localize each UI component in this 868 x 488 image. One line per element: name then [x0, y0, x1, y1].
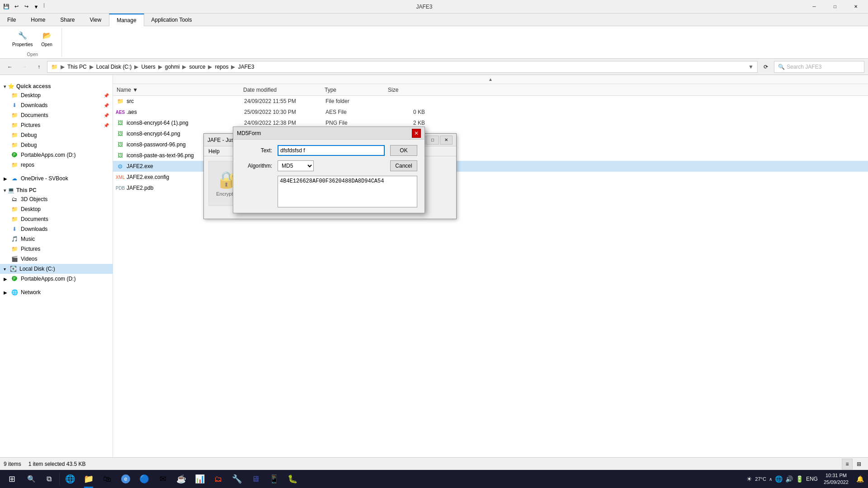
breadcrumb-source[interactable]: source [189, 64, 205, 70]
taskbar-app11[interactable]: 🖥 [246, 470, 264, 488]
tray-icon-chevron[interactable]: ∧ [769, 477, 772, 482]
customize-icon[interactable]: ▼ [32, 2, 41, 11]
breadcrumb-this-pc[interactable]: 📁 [51, 64, 58, 70]
png-icon: 🖼 [117, 119, 124, 127]
sidebar-quick-access-header[interactable]: ▾ ⭐ Quick access [0, 81, 113, 90]
sidebar-item-pictures2[interactable]: 📁 Pictures [0, 244, 113, 254]
breadcrumb[interactable]: 📁 ▶ This PC ▶ Local Disk (C:) ▶ Users ▶ … [47, 61, 758, 73]
col-header-date[interactable]: Date modified [243, 87, 325, 93]
sidebar-item-debug1[interactable]: 📁 Debug [0, 130, 113, 140]
cancel-button[interactable]: Cancel [390, 160, 417, 171]
sidebar-item-desktop[interactable]: 📁 Desktop 📌 [0, 90, 113, 100]
jafe-close[interactable]: ✕ [440, 136, 453, 145]
taskbar-app10[interactable]: 🔧 [228, 470, 246, 488]
tab-view[interactable]: View [82, 14, 109, 26]
taskbar-explorer[interactable]: 📁 [80, 470, 98, 488]
downloads-icon: ⬇ [11, 102, 18, 109]
properties-button[interactable]: 🔧 Properties [9, 28, 36, 49]
sidebar-item-repos[interactable]: 📁 repos [0, 160, 113, 170]
ok-button[interactable]: OK [390, 145, 417, 156]
sidebar-item-onedrive[interactable]: ▶ ☁ OneDrive - SVBook [0, 174, 113, 183]
close-button[interactable]: ✕ [845, 0, 866, 14]
sidebar-this-pc-header[interactable]: ▾ 💻 This PC [0, 185, 113, 194]
taskbar-edge[interactable]: e [117, 470, 135, 488]
quick-access-toolbar: 💾 ↩ ↪ ▼ | [2, 2, 45, 11]
taskbar-search-button[interactable]: 🔍 [23, 470, 39, 488]
sidebar-item-network[interactable]: ▶ 🌐 Network [0, 287, 113, 297]
taskbar-clock[interactable]: 10:31 PM 25/09/2022 [820, 472, 852, 486]
open-button[interactable]: 📂 Open [38, 28, 56, 49]
taskbar-app7[interactable]: ☕ [172, 470, 190, 488]
sidebar-item-debug2[interactable]: 📁 Debug [0, 140, 113, 150]
minimize-button[interactable]: ─ [804, 0, 825, 14]
sidebar-item-music[interactable]: 🎵 Music [0, 234, 113, 244]
tiles-view-button[interactable]: ⊞ [854, 459, 864, 469]
taskbar-store[interactable]: 🛍 [98, 470, 116, 488]
breadcrumb-jafe3[interactable]: JAFE3 [238, 64, 254, 70]
save-icon[interactable]: 💾 [2, 2, 11, 11]
breadcrumb-local-disk[interactable]: Local Disk (C:) [96, 64, 132, 70]
sidebar-item-pictures[interactable]: 📁 Pictures 📌 [0, 120, 113, 130]
sidebar-item-portableapps2[interactable]: ▶ 🅟 PortableApps.com (D:) [0, 274, 113, 284]
taskbar-app9[interactable]: 🗂 [209, 470, 227, 488]
start-button[interactable]: ⊞ [1, 470, 23, 488]
taskbar-app13[interactable]: 🐛 [283, 470, 302, 488]
tab-file[interactable]: File [0, 14, 24, 26]
drive-icon: 💽 [9, 265, 17, 272]
col-header-name[interactable]: Name ▼ [117, 87, 243, 93]
sidebar-item-videos[interactable]: 🎬 Videos [0, 254, 113, 264]
folder-icon: 📁 [11, 92, 18, 99]
selected-info: 1 item selected 43.5 KB [28, 461, 86, 467]
sidebar-item-local-disk[interactable]: ▾ 💽 Local Disk (C:) [0, 264, 113, 274]
sidebar-item-3dobjects[interactable]: 🗂 3D Objects [0, 194, 113, 204]
breadcrumb-gohmi[interactable]: gohmi [165, 64, 180, 70]
taskbar-ie[interactable]: 🌐 [61, 470, 79, 488]
hash-output[interactable]: 4B4E126628AF00F3620488DA8D94CA54 [278, 176, 417, 207]
text-input[interactable] [278, 145, 385, 156]
algorithm-select[interactable]: MD5 SHA1 SHA256 [278, 160, 314, 171]
taskbar-mail[interactable]: ✉ [154, 470, 172, 488]
taskbar-task-view[interactable]: ⧉ [40, 470, 58, 488]
dialog-close-button[interactable]: ✕ [412, 129, 421, 138]
refresh-button[interactable]: ⟳ [760, 61, 772, 73]
table-row[interactable]: AES .aes 25/09/2022 10:30 PM AES File 0 … [113, 107, 868, 117]
notification-button[interactable]: 🔔 [853, 470, 867, 488]
details-view-button[interactable]: ≡ [842, 459, 853, 469]
search-box[interactable]: 🔍 Search JAFE3 [774, 61, 864, 73]
jafe-maximize[interactable]: □ [426, 136, 439, 145]
sidebar-item-downloads[interactable]: ⬇ Downloads 📌 [0, 100, 113, 110]
sidebar-item-desktop2[interactable]: 📁 Desktop [0, 204, 113, 214]
tab-application-tools[interactable]: Application Tools [144, 14, 200, 26]
sidebar-item-documents[interactable]: 📁 Documents 📌 [0, 110, 113, 120]
back-button[interactable]: ← [4, 61, 16, 73]
sidebar-item-portableapps[interactable]: 🅟 PortableApps.com (D:) [0, 150, 113, 160]
folder-icon: 📁 [11, 112, 18, 119]
breadcrumb-users[interactable]: Users [141, 64, 155, 70]
view-toggle: ≡ ⊞ [842, 459, 864, 469]
taskbar-app12[interactable]: 📱 [265, 470, 283, 488]
tab-home[interactable]: Home [24, 14, 53, 26]
taskbar-cortana[interactable]: 🔵 [135, 470, 153, 488]
up-button[interactable]: ↑ [33, 61, 45, 73]
tab-manage[interactable]: Manage [109, 14, 144, 26]
address-bar: ← → ↑ 📁 ▶ This PC ▶ Local Disk (C:) ▶ Us… [0, 59, 868, 75]
breadcrumb-this-pc-text[interactable]: This PC [67, 64, 87, 70]
tab-share[interactable]: Share [53, 14, 82, 26]
table-row[interactable]: 📁 src 24/09/2022 11:55 PM File folder [113, 96, 868, 107]
breadcrumb-repos[interactable]: repos [215, 64, 228, 70]
jafe-menu-help[interactable]: Help [204, 146, 224, 156]
col-header-type[interactable]: Type [325, 87, 388, 93]
forward-button[interactable]: → [18, 61, 31, 73]
redo-icon[interactable]: ↪ [22, 2, 31, 11]
png-icon: 🖼 [117, 130, 124, 137]
search-placeholder: Search JAFE3 [787, 64, 821, 70]
folder-icon: 📁 [11, 245, 18, 253]
table-row[interactable]: 🖼 icons8-encrypt-64 (1).png 24/09/2022 1… [113, 117, 868, 128]
sidebar-item-documents2[interactable]: 📁 Documents [0, 214, 113, 224]
sidebar-item-downloads2[interactable]: ⬇ Downloads [0, 224, 113, 234]
maximize-button[interactable]: □ [825, 0, 845, 14]
scroll-up-indicator[interactable]: ▲ [113, 75, 868, 84]
col-header-size[interactable]: Size [388, 87, 424, 93]
taskbar-app8[interactable]: 📊 [191, 470, 209, 488]
undo-icon[interactable]: ↩ [12, 2, 21, 11]
